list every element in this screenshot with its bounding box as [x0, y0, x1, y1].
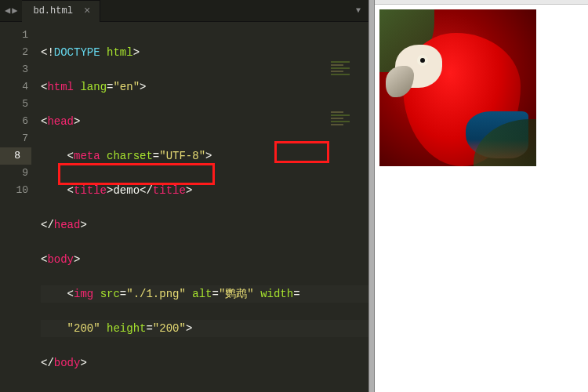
pane-splitter[interactable]: [368, 0, 375, 392]
tab-bar: ◀ ▶ bd.html × ▼: [0, 0, 368, 22]
code-line: <title>demo</title>: [41, 182, 368, 199]
code-line: <!DOCTYPE html>: [41, 44, 368, 61]
tab-nav: ◀ ▶: [0, 5, 22, 16]
line-number: 10: [0, 182, 28, 199]
tab-dropdown-icon[interactable]: ▼: [348, 6, 368, 15]
line-number: 8: [0, 147, 31, 165]
line-number: 1: [0, 27, 28, 44]
code-line: <html lang="en">: [41, 78, 368, 96]
code-line: <img src="./1.png" alt="鹦鹉" width=: [41, 285, 368, 303]
line-number: 5: [0, 96, 28, 113]
line-number: 3: [0, 61, 28, 78]
line-number: 4: [0, 78, 28, 96]
nav-forward-icon[interactable]: ▶: [12, 5, 17, 16]
nav-back-icon[interactable]: ◀: [5, 5, 10, 16]
code-area[interactable]: 1 2 3 4 5 6 7 8 9 10 <!DOCTYPE html> <ht…: [0, 22, 368, 392]
code-line: <meta charset="UTF-8">: [41, 147, 368, 165]
code-line: </body>: [41, 354, 368, 372]
code-line: </head>: [41, 216, 368, 234]
tab-file[interactable]: bd.html ×: [22, 0, 100, 22]
minimap[interactable]: [331, 27, 362, 74]
code-line: <head>: [41, 113, 368, 130]
browser-preview-pane: [375, 0, 588, 392]
code-line: <body>: [41, 251, 368, 268]
close-icon[interactable]: ×: [84, 5, 90, 16]
code-line: </html>: [41, 389, 368, 392]
line-number: 6: [0, 113, 28, 130]
code-content[interactable]: <!DOCTYPE html> <html lang="en"> <head> …: [36, 22, 368, 392]
editor-pane: ◀ ▶ bd.html × ▼ 1 2 3 4 5 6 7 8 9 10 <!D…: [0, 0, 368, 392]
tab-label: bd.html: [33, 5, 72, 16]
browser-content: [375, 5, 588, 392]
line-number: 7: [0, 130, 28, 147]
line-number: 9: [0, 165, 28, 182]
preview-image: [379, 9, 536, 166]
line-gutter: 1 2 3 4 5 6 7 8 9 10: [0, 22, 36, 392]
line-number: 2: [0, 44, 28, 61]
parrot-pupil-shape: [420, 58, 425, 63]
code-line: "200" height="200">: [41, 320, 368, 337]
